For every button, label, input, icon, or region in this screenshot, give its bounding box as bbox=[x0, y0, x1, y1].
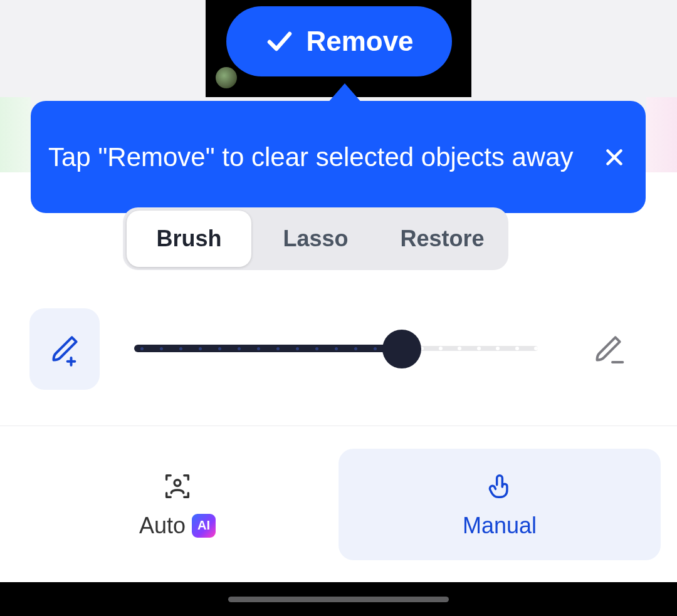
brush-size-row bbox=[0, 308, 677, 390]
tab-brush[interactable]: Brush bbox=[127, 211, 251, 267]
slider-tick-marks-active bbox=[140, 345, 396, 352]
mode-manual-label: Manual bbox=[463, 513, 537, 539]
brush-decrease-button[interactable] bbox=[577, 308, 639, 390]
system-bottom-bar bbox=[0, 582, 677, 616]
tooltip-close-button[interactable] bbox=[601, 144, 628, 171]
remove-button[interactable]: Remove bbox=[226, 6, 452, 76]
canvas-stripe-right bbox=[646, 97, 677, 172]
brush-plus-icon bbox=[47, 331, 82, 367]
brush-size-thumb[interactable] bbox=[382, 330, 421, 368]
brush-minus-icon bbox=[590, 331, 626, 367]
remove-button-label: Remove bbox=[306, 26, 413, 57]
svg-point-5 bbox=[174, 479, 181, 486]
close-icon bbox=[603, 146, 626, 169]
mode-auto-button[interactable]: Auto AI bbox=[16, 449, 338, 560]
mode-row: Auto AI Manual bbox=[0, 425, 677, 582]
hand-tap-icon bbox=[483, 470, 516, 503]
tooltip-text: Tap "Remove" to clear selected objects a… bbox=[48, 139, 574, 175]
mode-manual-button[interactable]: Manual bbox=[338, 449, 661, 560]
tab-lasso-label: Lasso bbox=[283, 226, 348, 252]
tab-brush-label: Brush bbox=[156, 226, 221, 252]
home-indicator[interactable] bbox=[228, 597, 449, 602]
brush-increase-button[interactable] bbox=[29, 308, 100, 390]
thumbnail-avatar bbox=[216, 67, 237, 88]
mode-auto-label: Auto bbox=[139, 513, 186, 539]
tab-restore-label: Restore bbox=[400, 226, 484, 252]
tooltip: Tap "Remove" to clear selected objects a… bbox=[31, 101, 646, 213]
tab-restore[interactable]: Restore bbox=[380, 211, 505, 267]
canvas-stripe-left bbox=[0, 97, 31, 172]
tool-segmented-control: Brush Lasso Restore bbox=[123, 207, 508, 270]
person-detect-icon bbox=[161, 470, 194, 503]
tab-lasso[interactable]: Lasso bbox=[253, 211, 378, 267]
check-icon bbox=[265, 26, 295, 56]
ai-badge: AI bbox=[192, 514, 216, 538]
